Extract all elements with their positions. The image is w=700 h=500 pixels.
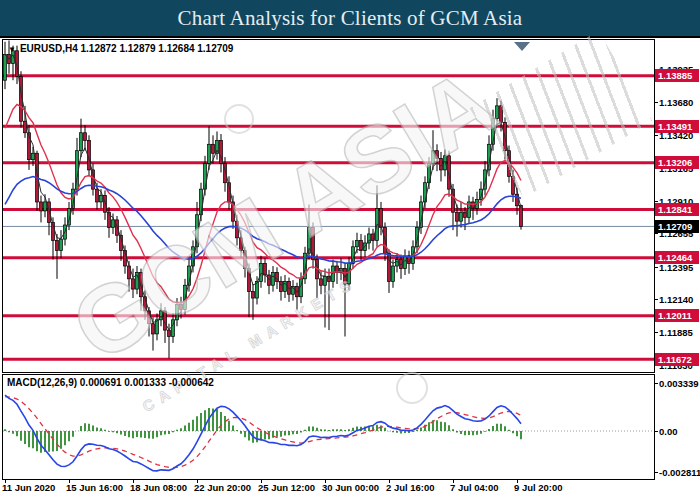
price-tick-label: 1.11885 bbox=[659, 327, 693, 338]
time-tick-label[interactable]: 25 Jun 12:00 bbox=[258, 482, 315, 493]
candlestick-chart[interactable] bbox=[3, 40, 654, 372]
main-chart-panel[interactable] bbox=[2, 39, 655, 373]
candles-group[interactable] bbox=[4, 40, 523, 358]
time-tick-label[interactable]: 22 Jun 20:00 bbox=[194, 482, 251, 493]
ma-fast-line bbox=[5, 55, 521, 330]
macd-chart[interactable] bbox=[3, 375, 654, 479]
price-tick bbox=[654, 201, 658, 202]
macd-tick bbox=[654, 431, 658, 432]
level-price-badge: 1.13206 bbox=[655, 156, 699, 169]
macd-indicator-label: MACD(12,26,9) 0.000691 0.001333 -0.00064… bbox=[7, 377, 214, 388]
level-price-badge: 1.12464 bbox=[655, 251, 699, 264]
symbol-label-row: ▼EURUSD,H4 1.12872 1.12879 1.12684 1.127… bbox=[8, 43, 233, 54]
macd-tick-label: -0.002811 bbox=[659, 467, 700, 478]
level-price-badge: 1.13491 bbox=[655, 120, 699, 133]
level-price-badge: 1.12011 bbox=[655, 309, 699, 322]
price-tick bbox=[654, 233, 658, 234]
time-tick-label[interactable]: 7 Jul 04:00 bbox=[450, 482, 499, 493]
title-divider bbox=[0, 36, 700, 38]
price-tick bbox=[654, 267, 658, 268]
chart-window: Chart Analysis for Clients of GCM Asia ▼… bbox=[0, 0, 700, 500]
title-bar: Chart Analysis for Clients of GCM Asia bbox=[0, 0, 700, 36]
level-price-badge: 1.11672 bbox=[655, 353, 699, 366]
level-price-badge: 1.12841 bbox=[655, 203, 699, 216]
macd-tick-label: 0.00 bbox=[659, 426, 678, 437]
time-tick-label[interactable]: 11 Jun 2020 bbox=[2, 482, 55, 493]
macd-signal-line bbox=[5, 397, 521, 468]
ma-blue-line bbox=[5, 177, 521, 264]
price-tick-label: 1.13680 bbox=[659, 97, 693, 108]
chart-shift-marker-icon[interactable] bbox=[514, 42, 530, 51]
macd-tick bbox=[654, 472, 658, 473]
macd-panel[interactable] bbox=[2, 374, 655, 480]
ohlc-values: 1.12872 1.12879 1.12684 1.12709 bbox=[81, 43, 234, 54]
macd-tick bbox=[654, 383, 658, 384]
time-tick-label[interactable]: 18 Jun 08:00 bbox=[130, 482, 187, 493]
macd-tick-label: 0.003339 bbox=[659, 378, 699, 389]
time-tick-label[interactable]: 15 Jun 16:00 bbox=[66, 482, 123, 493]
price-tick bbox=[654, 299, 658, 300]
current-price-badge: 1.12709 bbox=[655, 220, 699, 233]
time-tick-label[interactable]: 2 Jul 16:00 bbox=[386, 482, 435, 493]
page-title: Chart Analysis for Clients of GCM Asia bbox=[178, 6, 523, 31]
symbol-label: EURUSD,H4 bbox=[20, 43, 78, 54]
time-tick-label[interactable]: 9 Jul 20:00 bbox=[514, 482, 563, 493]
price-tick bbox=[654, 332, 658, 333]
macd-histogram bbox=[5, 408, 521, 453]
macd-main-line bbox=[5, 395, 521, 471]
time-tick-label[interactable]: 30 Jun 00:00 bbox=[322, 482, 379, 493]
price-tick bbox=[654, 135, 658, 136]
price-tick bbox=[654, 102, 658, 103]
chevron-down-icon[interactable]: ▼ bbox=[8, 45, 16, 54]
level-price-badge: 1.13885 bbox=[655, 69, 699, 82]
price-tick-label: 1.12140 bbox=[659, 294, 693, 305]
